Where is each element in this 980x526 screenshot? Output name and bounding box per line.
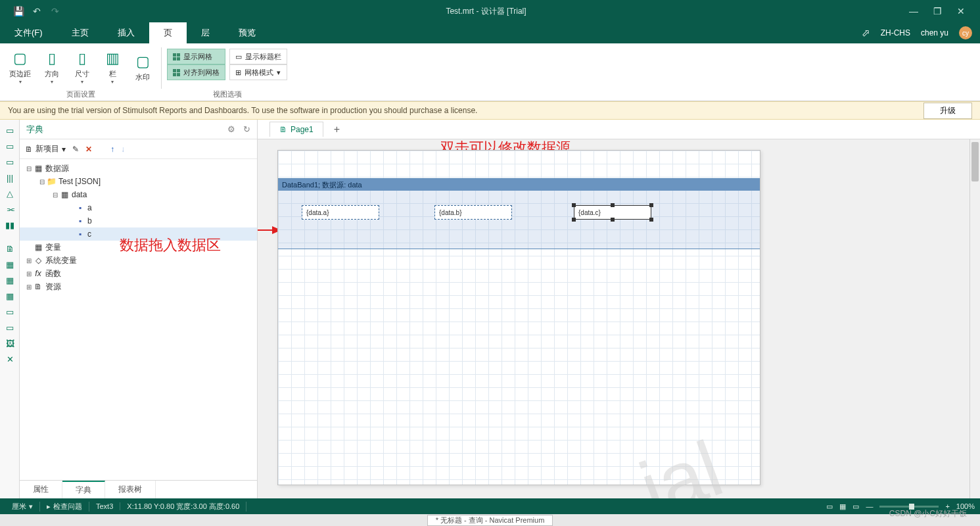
taskbar-navicat[interactable]: * 无标题 - 查询 - Navicat Premium bbox=[427, 515, 553, 526]
up-icon[interactable]: ↑ bbox=[110, 145, 114, 154]
rail-cal-icon[interactable]: ▦ bbox=[0, 272, 20, 288]
redo-icon[interactable]: ↷ bbox=[46, 3, 64, 19]
titlebar: 💾 ↶ ↷ Test.mrt - 设计器 [Trial] — ❐ ✕ bbox=[0, 0, 980, 22]
side-panel: 字典 ⚙ ↻ 🗎 新项目 ▾ ✎ ✕ ↑ ↓ ⊟▦数据源 ⊟📁Test [JSO… bbox=[20, 120, 258, 498]
status-unit[interactable]: 厘米 ▾ bbox=[5, 502, 40, 512]
side-tab-props[interactable]: 属性 bbox=[20, 481, 62, 498]
tree-field-c[interactable]: ▪c bbox=[20, 227, 257, 241]
close-icon[interactable]: ✕ bbox=[955, 6, 967, 16]
save-icon[interactable]: 💾 bbox=[9, 3, 28, 19]
tree-field-a[interactable]: ▪a bbox=[20, 201, 257, 214]
minimize-icon[interactable]: — bbox=[908, 6, 920, 16]
show-header-button[interactable]: ▭显示标题栏 bbox=[229, 49, 287, 64]
refresh-icon[interactable]: ↻ bbox=[243, 124, 250, 134]
show-grid-button[interactable]: 显示网格 bbox=[167, 49, 225, 64]
taskbar: * 无标题 - 查询 - Navicat Premium bbox=[0, 514, 980, 526]
upgrade-button[interactable]: 升级 bbox=[923, 103, 972, 119]
share-icon[interactable]: ⬀ bbox=[862, 27, 870, 39]
avatar[interactable]: cy bbox=[959, 26, 972, 39]
rail-text-icon[interactable]: ▭ bbox=[0, 138, 20, 154]
maximize-icon[interactable]: ❐ bbox=[931, 6, 943, 16]
grid-mode-button[interactable]: ⊞网格模式 ▾ bbox=[229, 64, 287, 80]
design-page[interactable]: DataBand1; 数据源: data {data.a} {data.b} {… bbox=[277, 150, 760, 485]
zoom-slider[interactable] bbox=[879, 506, 939, 508]
menu-file[interactable]: 文件(F) bbox=[0, 22, 57, 43]
status-check[interactable]: ▸ 检查问题 bbox=[40, 502, 89, 512]
rail-chart-icon[interactable]: ⫘ bbox=[0, 201, 20, 217]
menu-preview[interactable]: 预览 bbox=[224, 22, 270, 43]
rail-pic-icon[interactable]: 🖼 bbox=[0, 335, 20, 351]
new-item-button[interactable]: 🗎 新项目 ▾ bbox=[25, 143, 66, 155]
size-button[interactable]: ▯尺寸▾ bbox=[69, 46, 95, 88]
field-data-a[interactable]: {data.a} bbox=[302, 205, 379, 220]
databand-header: DataBand1; 数据源: data bbox=[278, 179, 760, 191]
columns-button[interactable]: ▥栏▾ bbox=[99, 46, 126, 88]
trial-message: You are using the trial version of Stimu… bbox=[8, 106, 477, 115]
status-selection: Text3 bbox=[89, 502, 120, 510]
rail-component-icon[interactable]: ▭ bbox=[0, 320, 20, 335]
tree-data[interactable]: ⊟▦data bbox=[20, 188, 257, 201]
ribbon: ▢页边距▾ ▯方向▾ ▯尺寸▾ ▥栏▾ ▢水印 页面设置 显示网格 对齐到网格 … bbox=[0, 43, 980, 101]
tree-functions[interactable]: ⊞fx函数 bbox=[20, 267, 257, 280]
side-tab-dict[interactable]: 字典 bbox=[62, 481, 105, 498]
menu-insert[interactable]: 插入 bbox=[103, 22, 149, 43]
rail-tools-icon[interactable]: ✕ bbox=[0, 351, 20, 367]
rail-cross-icon[interactable]: ▦ bbox=[0, 288, 20, 304]
left-tool-rail: ▭ ▭ ▭ ||| △ ⫘ ▮▮ 🗎 ▦ ▦ ▦ ▭ ▭ 🖼 ✕ bbox=[0, 120, 20, 498]
databand[interactable]: DataBand1; 数据源: data {data.a} {data.b} {… bbox=[278, 178, 760, 249]
vertical-scrollbar[interactable] bbox=[969, 139, 980, 498]
align-grid-button[interactable]: 对齐到网格 bbox=[167, 64, 225, 80]
window-title: Test.mrt - 设计器 [Trial] bbox=[64, 6, 908, 17]
menu-layer[interactable]: 层 bbox=[187, 22, 224, 43]
undo-icon[interactable]: ↶ bbox=[28, 3, 46, 19]
tree-datasource[interactable]: ⊟▦数据源 bbox=[20, 162, 257, 175]
orientation-button[interactable]: ▯方向▾ bbox=[39, 46, 65, 88]
delete-icon[interactable]: ✕ bbox=[85, 145, 92, 154]
down-icon[interactable]: ↓ bbox=[121, 145, 125, 154]
menu-home[interactable]: 主页 bbox=[57, 22, 103, 43]
ribbon-group-page: 页面设置 bbox=[66, 88, 95, 101]
dictionary-tree: ⊟▦数据源 ⊟📁Test [JSON] ⊟▦data ▪a ▪b ▪c ▦变量 … bbox=[20, 159, 257, 480]
menu-page[interactable]: 页 bbox=[149, 22, 187, 43]
add-page-button[interactable]: + bbox=[327, 124, 346, 135]
tab-page1[interactable]: 🗎Page1 bbox=[269, 122, 323, 137]
rail-image-icon[interactable]: ▭ bbox=[0, 154, 20, 170]
trial-watermark: ial bbox=[628, 423, 734, 498]
rail-page-icon[interactable]: ▭ bbox=[0, 122, 20, 138]
side-tab-tree[interactable]: 报表树 bbox=[105, 481, 156, 498]
trial-banner: You are using the trial version of Stimu… bbox=[0, 101, 980, 120]
csdn-watermark: CSDN @小C好好干饭 bbox=[889, 508, 967, 519]
edit-icon[interactable]: ✎ bbox=[72, 145, 79, 154]
rail-table-icon[interactable]: ▦ bbox=[0, 256, 20, 272]
dictionary-title: 字典 bbox=[26, 124, 43, 135]
language-label[interactable]: ZH-CHS bbox=[881, 28, 910, 37]
rail-shape-icon[interactable]: △ bbox=[0, 185, 20, 201]
tree-variables[interactable]: ▦变量 bbox=[20, 241, 257, 254]
rail-barcode-icon[interactable]: ||| bbox=[0, 170, 20, 185]
sb-icon3[interactable]: ▭ bbox=[852, 502, 859, 511]
user-label: chen yu bbox=[921, 28, 948, 37]
watermark-button[interactable]: ▢水印 bbox=[129, 46, 156, 88]
page-tabs: 🗎Page1 + bbox=[258, 120, 980, 139]
status-coords: X:11.80 Y:0.80 宽度:3.00 高度:0.60 bbox=[120, 502, 246, 512]
rail-doc-icon[interactable]: 🗎 bbox=[0, 241, 20, 256]
rail-bar-icon[interactable]: ▮▮ bbox=[0, 217, 20, 233]
rail-panel-icon[interactable]: ▭ bbox=[0, 304, 20, 320]
sb-icon1[interactable]: ▭ bbox=[826, 502, 833, 511]
gear-icon[interactable]: ⚙ bbox=[227, 124, 235, 134]
tree-field-b[interactable]: ▪b bbox=[20, 214, 257, 227]
ribbon-group-view: 视图选项 bbox=[213, 88, 242, 101]
tree-resources[interactable]: ⊞🗎资源 bbox=[20, 280, 257, 293]
field-data-b[interactable]: {data.b} bbox=[434, 205, 512, 220]
margins-button[interactable]: ▢页边距▾ bbox=[5, 46, 35, 88]
menubar: 文件(F) 主页 插入 页 层 预览 ⬀ ZH-CHS chen yu cy bbox=[0, 22, 980, 43]
tree-test[interactable]: ⊟📁Test [JSON] bbox=[20, 175, 257, 188]
zoom-out-icon[interactable]: — bbox=[866, 502, 873, 510]
sb-icon2[interactable]: ▦ bbox=[839, 502, 846, 511]
tree-sys-variables[interactable]: ⊞◇系统变量 bbox=[20, 254, 257, 267]
statusbar: 厘米 ▾ ▸ 检查问题 Text3 X:11.80 Y:0.80 宽度:3.00… bbox=[0, 498, 980, 514]
